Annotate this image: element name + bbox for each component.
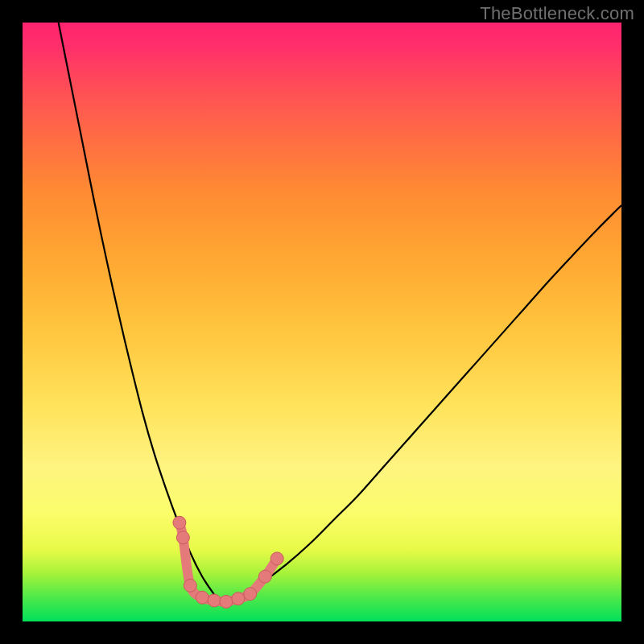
watermark-text: TheBottleneck.com bbox=[480, 3, 634, 24]
valley-marker bbox=[220, 595, 233, 608]
chart-frame: TheBottleneck.com bbox=[0, 0, 644, 644]
valley-marker bbox=[184, 579, 196, 592]
valley-marker bbox=[196, 591, 208, 604]
valley-marker bbox=[208, 594, 221, 607]
valley-marker bbox=[258, 570, 271, 583]
curve-left-branch bbox=[59, 23, 221, 602]
valley-marker bbox=[232, 592, 245, 605]
valley-marker bbox=[176, 531, 189, 544]
valley-marker bbox=[173, 516, 186, 529]
chart-svg bbox=[23, 23, 621, 621]
valley-marker bbox=[244, 588, 257, 601]
valley-marker bbox=[270, 552, 283, 565]
chart-plot-area bbox=[23, 23, 621, 621]
curve-right-branch bbox=[221, 205, 621, 602]
